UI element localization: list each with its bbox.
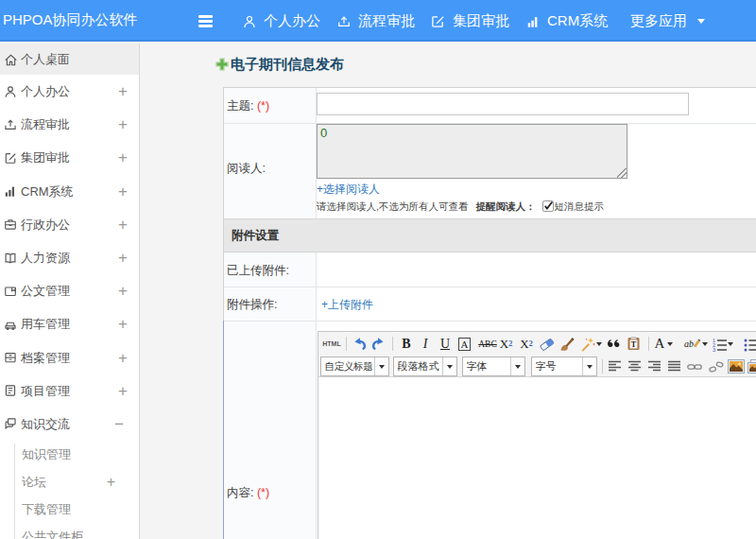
svg-text:3: 3 [713,347,715,352]
svg-text:ab: ab [684,339,694,349]
svg-text:T: T [631,340,637,349]
